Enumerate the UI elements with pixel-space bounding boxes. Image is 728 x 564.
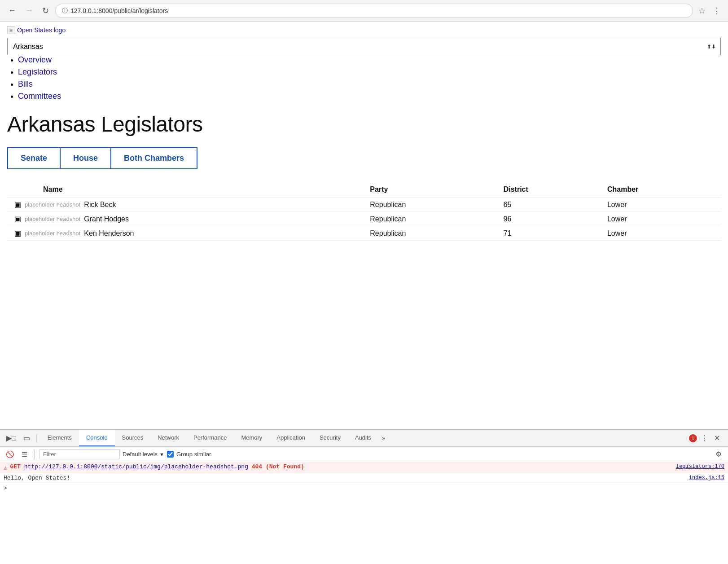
legislator-row: ▣ placeholder headshot Grant Hodges — [14, 215, 355, 223]
legislator-row: ▣ placeholder headshot Ken Henderson — [14, 229, 355, 238]
legislator-district-cell: 71 — [496, 226, 600, 241]
legislator-row: ▣ placeholder headshot Rick Beck — [14, 200, 355, 209]
table-header-row: Name Party District Chamber — [7, 182, 721, 198]
url-path: :8000/public/ar/legislators — [96, 7, 168, 14]
legislator-chamber-cell: Lower — [600, 198, 721, 212]
nav-item-legislators: Legislators — [18, 67, 721, 77]
headshot-broken-image: ▣ — [14, 229, 21, 238]
headshot-alt-text: placeholder headshot — [25, 201, 80, 208]
nav-item-overview: Overview — [18, 55, 721, 65]
legislator-party-cell: Republican — [363, 226, 496, 241]
state-select-wrapper: Arkansas — [7, 38, 721, 55]
table-row: ▣ placeholder headshot Grant Hodges Repu… — [7, 212, 721, 226]
nav-item-bills: Bills — [18, 79, 721, 89]
nav-link-committees[interactable]: Committees — [18, 92, 61, 101]
nav-list: Overview Legislators Bills Committees — [7, 55, 721, 101]
back-button[interactable]: ← — [5, 4, 19, 17]
headshot-alt-text: placeholder headshot — [25, 216, 80, 222]
tab-house[interactable]: House — [60, 147, 110, 169]
col-header-party: Party — [363, 182, 496, 198]
legislator-district-cell: 65 — [496, 198, 600, 212]
forward-button[interactable]: → — [22, 4, 36, 17]
table-row: ▣ placeholder headshot Rick Beck Republi… — [7, 198, 721, 212]
legislator-name-cell: ▣ placeholder headshot Grant Hodges — [7, 212, 363, 226]
legislator-name: Rick Beck — [84, 201, 116, 209]
legislator-name-cell: ▣ placeholder headshot Ken Henderson — [7, 226, 363, 241]
legislator-chamber-cell: Lower — [600, 226, 721, 241]
url-display: 127.0.0.1:8000/public/ar/legislators — [70, 7, 168, 14]
address-bar[interactable]: ⓘ 127.0.0.1:8000/public/ar/legislators — [55, 4, 693, 18]
col-header-district: District — [496, 182, 600, 198]
reload-button[interactable]: ↻ — [39, 4, 52, 18]
legislator-party-cell: Republican — [363, 198, 496, 212]
table-row: ▣ placeholder headshot Ken Henderson Rep… — [7, 226, 721, 241]
tab-senate[interactable]: Senate — [7, 147, 60, 169]
headshot-broken-image: ▣ — [14, 215, 21, 223]
headshot-alt-text: placeholder headshot — [25, 230, 80, 237]
nav-link-legislators[interactable]: Legislators — [18, 67, 57, 76]
chamber-tabs: Senate House Both Chambers — [7, 147, 721, 169]
headshot-broken-image: ▣ — [14, 200, 21, 209]
page-title: Arkansas Legislators — [7, 112, 721, 137]
col-header-name: Name — [7, 182, 363, 198]
tab-both-chambers[interactable]: Both Chambers — [110, 147, 197, 169]
logo-link[interactable]: ▣ Open States logo — [7, 26, 66, 34]
nav-link-overview[interactable]: Overview — [18, 55, 52, 64]
logo-broken-image: ▣ — [7, 26, 15, 34]
page-content: ▣ Open States logo Arkansas Overview Leg… — [0, 22, 728, 429]
bookmark-button[interactable]: ☆ — [697, 4, 707, 18]
legislator-name: Grant Hodges — [84, 215, 129, 223]
legislator-name-cell: ▣ placeholder headshot Rick Beck — [7, 198, 363, 212]
logo-text: Open States logo — [17, 26, 66, 34]
logo-area: ▣ Open States logo — [7, 22, 721, 38]
legislator-district-cell: 96 — [496, 212, 600, 226]
lock-icon: ⓘ — [62, 7, 68, 15]
legislator-name: Ken Henderson — [84, 229, 134, 238]
legislator-chamber-cell: Lower — [600, 212, 721, 226]
browser-chrome: ← → ↻ ⓘ 127.0.0.1:8000/public/ar/legisla… — [0, 0, 728, 22]
legislator-party-cell: Republican — [363, 212, 496, 226]
col-header-chamber: Chamber — [600, 182, 721, 198]
nav-link-bills[interactable]: Bills — [18, 79, 33, 88]
state-select[interactable]: Arkansas — [8, 38, 720, 55]
legislators-table: Name Party District Chamber ▣ placeholde… — [7, 182, 721, 241]
menu-button[interactable]: ⋮ — [711, 4, 723, 18]
nav-item-committees: Committees — [18, 92, 721, 101]
url-host: 127.0.0.1 — [70, 7, 96, 14]
